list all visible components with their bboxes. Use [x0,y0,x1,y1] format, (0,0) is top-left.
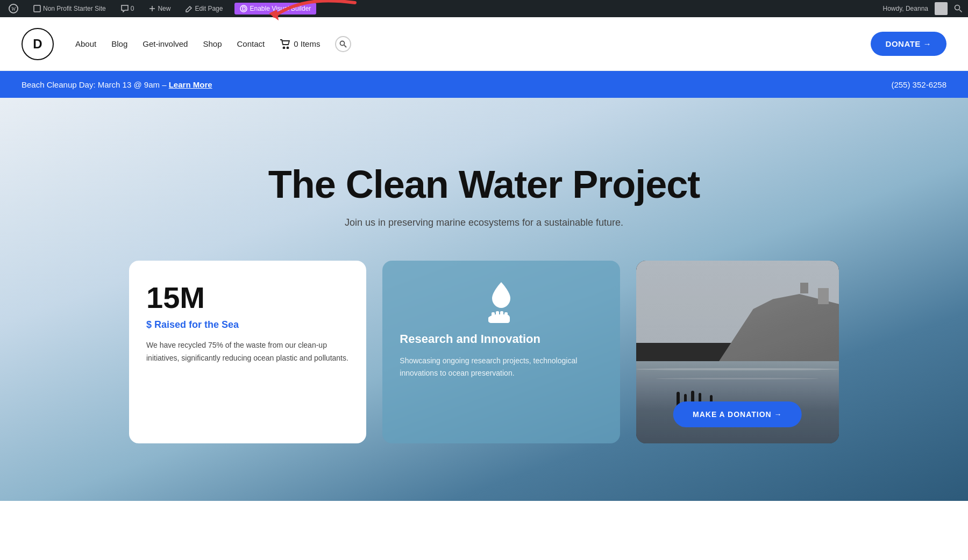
hero-subtitle: Join us in preserving marine ecosystems … [345,217,623,228]
svg-rect-15 [496,311,499,317]
cart-area[interactable]: 0 Items [280,39,320,49]
svg-point-8 [955,5,960,10]
image-card: MAKE A DONATION → [636,261,839,443]
svg-point-11 [287,47,289,48]
hero-title: The Clean Water Project [268,162,700,206]
svg-rect-2 [34,5,40,12]
research-card: Research and Innovation Showcasing ongoi… [382,261,620,443]
user-avatar[interactable] [935,2,948,15]
site-header: D About Blog Get-involved Shop Contact 0… [0,17,968,71]
site-name-admin[interactable]: Non Profit Starter Site [30,0,109,17]
nav-shop[interactable]: Shop [203,39,222,48]
comments-admin[interactable]: 0 [118,0,138,17]
site-nav: About Blog Get-involved Shop Contact 0 I… [75,36,871,52]
stats-card: 15M $ Raised for the Sea We have recycle… [129,261,366,443]
stat-number: 15M [146,280,349,315]
svg-rect-17 [504,312,508,318]
svg-rect-16 [500,311,503,317]
howdy-text: Howdy, Deanna [883,5,929,12]
hand-icon [486,310,516,323]
svg-point-12 [340,41,345,45]
donate-button[interactable]: DONATE → [871,32,946,56]
nav-contact[interactable]: Contact [237,39,265,48]
learn-more-link[interactable]: Learn More [169,80,212,89]
svg-rect-14 [492,312,495,318]
enable-builder-btn[interactable]: D Enable Visual Builder [234,3,316,15]
edit-page-admin[interactable]: Edit Page [182,0,226,17]
logo-circle[interactable]: D [22,28,54,60]
nav-get-involved[interactable]: Get-involved [143,39,188,48]
water-icon-container [400,280,602,323]
svg-text:W: W [11,6,16,12]
banner-phone: (255) 352-6258 [891,80,946,89]
cart-items-label: 0 Items [294,39,320,48]
nav-about[interactable]: About [75,39,96,48]
admin-bar: W Non Profit Starter Site 0 New Edit Pag… [0,0,968,17]
make-donation-button[interactable]: MAKE A DONATION → [673,401,802,427]
svg-line-9 [959,10,962,12]
research-desc: Showcasing ongoing research projects, te… [400,355,602,380]
admin-bar-right: Howdy, Deanna [883,2,963,15]
water-drop-icon [488,280,515,310]
nav-blog[interactable]: Blog [111,39,127,48]
banner-announcement: Beach Cleanup Day: March 13 @ 9am – [22,80,167,89]
stat-label: $ Raised for the Sea [146,319,349,331]
search-icon-admin[interactable] [954,4,963,13]
cards-row: 15M $ Raised for the Sea We have recycle… [108,261,860,443]
site-logo[interactable]: D [22,28,54,60]
cart-icon [280,39,290,49]
new-admin[interactable]: New [146,0,174,17]
banner-text-area: Beach Cleanup Day: March 13 @ 9am – Lear… [22,80,891,89]
svg-line-13 [344,45,346,47]
svg-point-10 [283,47,285,48]
stat-desc: We have recycled 75% of the waste from o… [146,339,349,365]
hero-section: The Clean Water Project Join us in prese… [0,98,968,501]
svg-text:D: D [242,6,246,12]
research-title: Research and Innovation [400,332,602,347]
wp-logo[interactable]: W [5,0,22,17]
search-icon-nav[interactable] [335,36,351,52]
blue-banner: Beach Cleanup Day: March 13 @ 9am – Lear… [0,71,968,98]
